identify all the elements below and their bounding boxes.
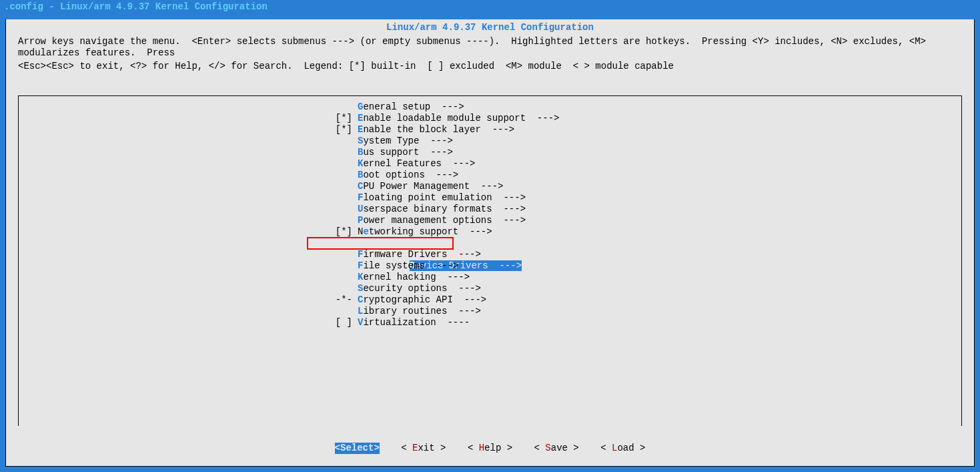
menu-item-power-mgmt[interactable]: Power management options ---> — [331, 215, 559, 226]
menu-prefix: [*] — [331, 113, 352, 124]
menu-item-general-setup[interactable]: General setup ---> — [331, 101, 559, 113]
menu-label: loating point emulation ---> — [363, 192, 526, 203]
menu-prefix: -*- — [331, 294, 352, 306]
menu-prefix: [*] — [331, 124, 352, 136]
btn-post: ave > — [551, 443, 579, 453]
menu-label: PU Power Management ---> — [363, 181, 503, 192]
menu-item-file-systems[interactable]: File systems ---> — [331, 260, 559, 272]
menu-item-cpu-power-mgmt[interactable]: CPU Power Management ---> — [331, 181, 559, 192]
window-titlebar: .config - Linux/arm 4.9.37 Kernel Config… — [0, 0, 980, 14]
menu-item-networking[interactable]: [*]Networking support ---> — [331, 226, 559, 238]
menu-item-device-drivers[interactable]: Device Drivers ---> — [331, 238, 559, 249]
menu-label: ernel Features ---> — [363, 158, 475, 169]
menu-item-library-routines[interactable]: Library routines ---> — [331, 306, 559, 317]
btn-hot: H — [479, 443, 484, 453]
menu-label: ower management options ---> — [363, 215, 526, 226]
menu-item-boot-options[interactable]: Boot options ---> — [331, 170, 559, 181]
menu-list: General setup ---> [*]Enable loadable mo… — [331, 101, 559, 328]
menu-label: ibrary routines ---> — [363, 306, 480, 316]
btn-pre: < — [600, 443, 612, 453]
menu-label: irtualization ---- — [363, 317, 470, 328]
select-button[interactable]: <Select> — [335, 443, 380, 454]
menu-item-kernel-features[interactable]: Kernel Features ---> — [331, 158, 559, 170]
menu-item-virtualization[interactable]: [ ]Virtualization ---- — [331, 317, 559, 328]
menu-item-system-type[interactable]: System Type ---> — [331, 136, 559, 147]
menu-prefix: [*] — [331, 226, 352, 238]
menu-label: us support ---> — [363, 147, 452, 158]
menu-label: nable loadable module support ---> — [363, 113, 559, 124]
menu-label: serspace binary formats ---> — [363, 204, 526, 214]
menu-label: tworking support ---> — [369, 226, 492, 237]
menu-item-bus-support[interactable]: Bus support ---> — [331, 147, 559, 158]
btn-hot: S — [545, 443, 550, 453]
highlight-annotation — [307, 237, 454, 250]
menu-label: irmware Drivers ---> — [363, 249, 480, 260]
menu-item-floating-point[interactable]: Floating point emulation ---> — [331, 192, 559, 204]
load-button[interactable]: < Load > — [600, 443, 645, 454]
menu-hotkey: e — [363, 226, 368, 237]
menu-label: ile systems ---> — [363, 260, 458, 271]
menu-prefix: [ ] — [331, 317, 352, 328]
outer-frame: Linux/arm 4.9.37 Kernel Configuration Ar… — [0, 14, 980, 472]
btn-pre: < — [401, 443, 412, 453]
help-line-1: Arrow keys navigate the menu. <Enter> se… — [6, 33, 974, 59]
btn-post: xit > — [418, 443, 446, 453]
btn-post: elp > — [484, 443, 512, 453]
menu-item-firmware-drivers[interactable]: Firmware Drivers ---> — [331, 249, 559, 260]
btn-post: oad > — [617, 443, 645, 453]
btn-pre: < — [534, 443, 546, 453]
help-button[interactable]: < Help > — [468, 443, 512, 454]
menu-label: eneral setup ---> — [363, 101, 464, 112]
help-line-2: <Esc><Esc> to exit, <?> for Help, </> fo… — [6, 58, 974, 72]
btn-pre: < — [468, 443, 479, 453]
menu-label: ystem Type ---> — [363, 136, 452, 146]
menu-item-kernel-hacking[interactable]: Kernel hacking ---> — [331, 272, 559, 283]
dialog-box: Linux/arm 4.9.37 Kernel Configuration Ar… — [5, 19, 975, 467]
exit-button[interactable]: < Exit > — [401, 443, 446, 454]
menu-item-security-options[interactable]: Security options ---> — [331, 283, 559, 294]
menu-frame: General setup ---> [*]Enable loadable mo… — [18, 95, 962, 426]
menu-item-crypto-api[interactable]: -*-Cryptographic API ---> — [331, 294, 559, 306]
button-bar: <Select> < Exit > < Help > < Save > < Lo… — [6, 443, 974, 454]
menu-label: oot options ---> — [363, 170, 458, 180]
menu-label: ernel hacking ---> — [363, 272, 470, 282]
menu-item-enable-block-layer[interactable]: [*]Enable the block layer ---> — [331, 124, 559, 136]
dialog-title: Linux/arm 4.9.37 Kernel Configuration — [6, 19, 974, 33]
menu-label: ryptographic API ---> — [363, 294, 486, 305]
menu-label: ecurity options ---> — [363, 283, 480, 294]
menu-label: nable the block layer ---> — [363, 124, 514, 135]
menu-item-enable-loadable-module[interactable]: [*]Enable loadable module support ---> — [331, 113, 559, 124]
menu-item-userspace-binary[interactable]: Userspace binary formats ---> — [331, 204, 559, 215]
save-button[interactable]: < Save > — [534, 443, 579, 454]
